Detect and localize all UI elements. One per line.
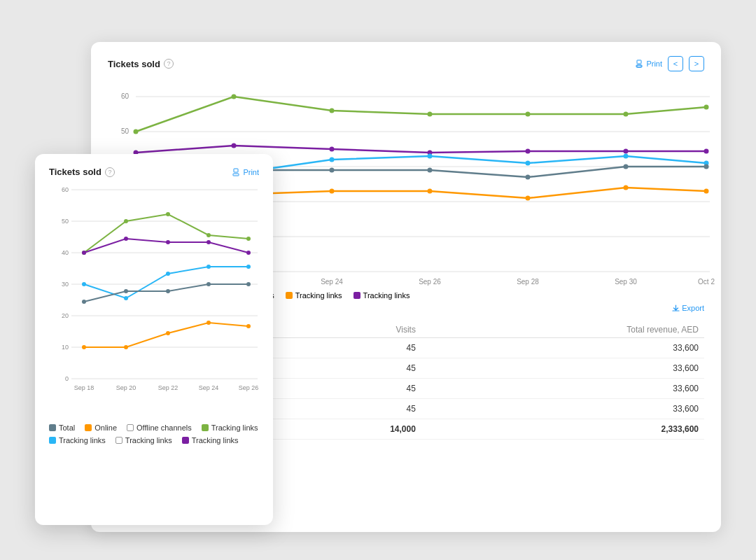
svg-point-94 <box>166 289 170 293</box>
svg-point-96 <box>246 282 251 286</box>
table-cell: 45 <box>296 358 421 379</box>
svg-point-21 <box>134 130 139 134</box>
table-cell: 2,333,600 <box>421 419 704 440</box>
legend-blue-front: Tracking links <box>49 436 106 444</box>
svg-point-34 <box>704 149 709 154</box>
svg-point-79 <box>166 212 170 216</box>
svg-point-55 <box>704 189 709 194</box>
table-cell: 45 <box>296 399 421 419</box>
export-button[interactable]: Export <box>672 304 704 312</box>
info-icon[interactable]: ? <box>164 59 174 69</box>
svg-rect-56 <box>233 174 239 176</box>
legend-white-front-label: Tracking links <box>125 436 172 444</box>
svg-point-85 <box>206 240 211 244</box>
svg-rect-2 <box>637 65 641 67</box>
svg-point-37 <box>330 158 335 162</box>
col-visits: Visits <box>296 322 421 338</box>
next-button[interactable]: > <box>689 56 704 71</box>
front-card-title: Tickets sold <box>49 167 102 177</box>
svg-point-45 <box>428 168 433 173</box>
svg-point-40 <box>624 154 629 159</box>
svg-point-89 <box>166 272 170 276</box>
prev-button[interactable]: < <box>668 56 683 71</box>
legend-offline-label: Offline channels <box>136 424 192 432</box>
svg-point-32 <box>526 149 531 154</box>
svg-point-52 <box>428 189 433 194</box>
svg-point-39 <box>526 161 531 166</box>
back-card-header: Tickets sold ? Print < > <box>108 56 704 71</box>
svg-point-25 <box>526 112 531 117</box>
svg-point-53 <box>526 196 531 201</box>
svg-point-47 <box>624 164 629 169</box>
svg-point-97 <box>82 345 86 349</box>
svg-point-95 <box>206 282 211 286</box>
svg-text:Sep 26: Sep 26 <box>239 384 259 391</box>
svg-text:Sep 20: Sep 20 <box>116 384 136 391</box>
col-revenue: Total revenue, AED <box>421 322 704 338</box>
svg-point-92 <box>82 300 86 304</box>
table-cell: 45 <box>296 338 421 358</box>
svg-text:30: 30 <box>62 281 69 288</box>
svg-text:60: 60 <box>121 92 130 100</box>
table-cell: 33,600 <box>421 379 704 399</box>
svg-text:0: 0 <box>65 375 69 382</box>
front-chart-area: 60 50 40 30 20 10 0 Sep 18 Sep 20 Sep 22… <box>49 183 259 421</box>
export-icon <box>672 304 680 312</box>
svg-text:Sep 28: Sep 28 <box>517 278 539 286</box>
svg-text:50: 50 <box>62 218 69 225</box>
svg-point-81 <box>246 237 251 241</box>
legend-purple-front: Tracking links <box>182 436 239 444</box>
svg-text:10: 10 <box>62 344 69 351</box>
front-print-button[interactable]: Print <box>232 168 259 176</box>
svg-point-51 <box>330 189 335 194</box>
svg-rect-57 <box>234 169 238 172</box>
table-cell: 33,600 <box>421 399 704 419</box>
svg-point-86 <box>246 251 251 255</box>
legend-white-front: Tracking links <box>115 436 172 444</box>
svg-point-101 <box>246 324 251 328</box>
svg-point-44 <box>330 168 335 173</box>
svg-point-29 <box>232 144 237 148</box>
svg-point-30 <box>330 147 335 152</box>
svg-text:Sep 30: Sep 30 <box>615 278 637 286</box>
svg-text:20: 20 <box>62 312 69 319</box>
svg-point-87 <box>82 282 86 286</box>
svg-text:Sep 26: Sep 26 <box>419 278 441 286</box>
svg-rect-1 <box>637 60 641 64</box>
svg-point-90 <box>206 265 211 269</box>
svg-point-99 <box>166 331 170 335</box>
print-icon <box>635 59 643 68</box>
svg-text:40: 40 <box>62 249 69 256</box>
svg-point-93 <box>124 289 128 293</box>
svg-text:60: 60 <box>62 186 69 193</box>
svg-point-26 <box>624 112 629 117</box>
svg-point-22 <box>232 94 237 99</box>
svg-point-88 <box>124 296 128 300</box>
svg-text:Sep 24: Sep 24 <box>321 278 343 286</box>
svg-point-48 <box>704 164 709 169</box>
svg-point-98 <box>124 345 128 349</box>
table-cell: 33,600 <box>421 338 704 358</box>
svg-text:50: 50 <box>121 127 130 135</box>
legend-green-front: Tracking links <box>202 424 258 432</box>
svg-text:Sep 24: Sep 24 <box>199 384 219 391</box>
legend-label-purple: Tracking links <box>363 291 410 300</box>
legend-total: Total <box>49 424 75 432</box>
front-print-icon <box>232 168 240 176</box>
svg-point-82 <box>82 251 86 255</box>
back-card-title: Tickets sold <box>108 59 160 69</box>
table-cell: 45 <box>296 379 421 399</box>
svg-point-33 <box>624 149 629 154</box>
svg-point-54 <box>624 186 629 190</box>
table-cell: 33,600 <box>421 358 704 379</box>
svg-point-27 <box>704 105 709 110</box>
svg-point-100 <box>206 321 211 325</box>
legend-blue-front-label: Tracking links <box>59 436 106 444</box>
legend-online: Online <box>85 424 117 432</box>
print-button[interactable]: Print <box>635 59 662 68</box>
front-info-icon[interactable]: ? <box>105 167 115 177</box>
legend-item-orange: Tracking links <box>286 291 342 300</box>
legend-green-front-label: Tracking links <box>211 424 258 432</box>
front-card-header: Tickets sold ? Print <box>49 167 259 177</box>
legend-label-orange: Tracking links <box>295 291 342 300</box>
